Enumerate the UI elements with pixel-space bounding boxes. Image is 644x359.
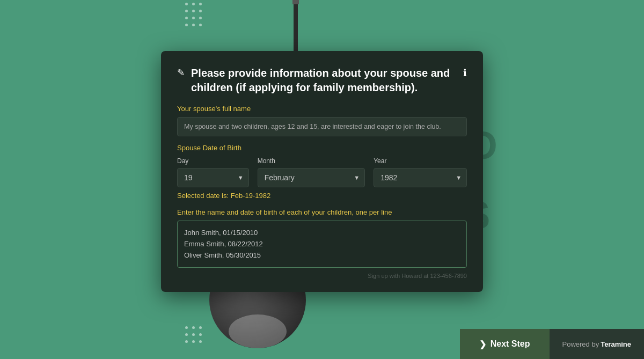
spouse-name-input[interactable] (177, 117, 467, 136)
month-field: Month JanuaryFebruaryMarchApril MayJuneJ… (258, 157, 365, 187)
modal-title: Please provide information about your sp… (191, 66, 457, 95)
powered-by-brand: Teramine (601, 340, 631, 348)
selected-date: Selected date is: Feb-19-1982 (177, 192, 467, 200)
month-label: Month (258, 157, 365, 165)
year-field: Year 19701971197219731974 19751976197719… (374, 157, 467, 187)
month-select-wrapper: JanuaryFebruaryMarchApril MayJuneJulyAug… (258, 168, 365, 187)
year-label: Year (374, 157, 467, 165)
signup-text: Sign up with Howard at 123-456-7890 (177, 273, 467, 279)
next-step-label: Next Step (491, 339, 530, 349)
svg-rect-4 (292, 0, 299, 4)
dots-bottom-left (185, 326, 202, 343)
selected-date-value: Feb-19-1982 (231, 192, 270, 200)
spouse-dob-label: Spouse Date of Birth (177, 144, 467, 152)
year-select[interactable]: 19701971197219731974 1975197619771978197… (374, 168, 467, 187)
edit-icon: ✎ (177, 67, 185, 78)
day-select[interactable]: 12345 678910 1112131415 1617181920 21222… (177, 168, 249, 187)
dots-top (185, 3, 202, 26)
children-label: Enter the name and date of birth of each… (177, 208, 467, 216)
day-field: Day 12345 678910 1112131415 1617181920 2… (177, 157, 249, 187)
year-select-wrapper: 19701971197219731974 1975197619771978197… (374, 168, 467, 187)
date-row: Day 12345 678910 1112131415 1617181920 2… (177, 157, 467, 187)
modal: ✎ Please provide information about your … (161, 51, 483, 292)
children-textarea[interactable]: John Smith, 01/15/2010 Emma Smith, 08/22… (177, 221, 467, 268)
powered-by-label: Powered by (562, 340, 599, 348)
spouse-name-label: Your spouse's full name (177, 105, 467, 113)
next-step-button[interactable]: ❯ Next Step (460, 329, 550, 359)
day-select-wrapper: 12345 678910 1112131415 1617181920 21222… (177, 168, 249, 187)
next-step-icon: ❯ (479, 339, 486, 349)
powered-by-area: Powered by Teramine (550, 329, 645, 359)
info-icon[interactable]: ℹ (463, 67, 467, 79)
selected-date-label: Selected date is: (177, 192, 231, 200)
bottom-bar: ❯ Next Step Powered by Teramine (460, 329, 644, 359)
day-label: Day (177, 157, 249, 165)
modal-header: ✎ Please provide information about your … (177, 66, 467, 95)
month-select[interactable]: JanuaryFebruaryMarchApril MayJuneJulyAug… (258, 168, 365, 187)
